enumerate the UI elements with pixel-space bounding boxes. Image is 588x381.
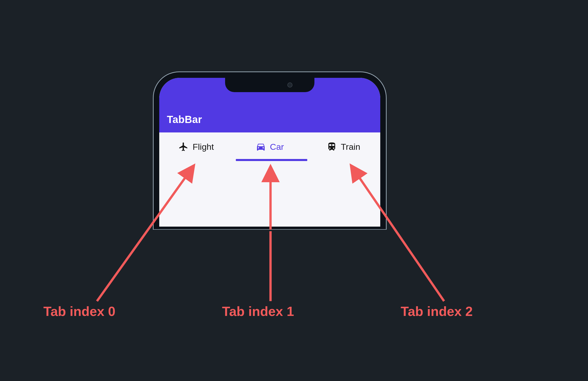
car-icon bbox=[256, 142, 266, 152]
tab-car[interactable]: Car bbox=[233, 132, 307, 161]
tab-label-car: Car bbox=[270, 142, 284, 152]
annotation-label-0: Tab index 0 bbox=[43, 304, 115, 319]
annotation-label-2: Tab index 2 bbox=[401, 304, 473, 319]
tab-bar: Flight Car Train bbox=[159, 132, 380, 161]
app-bar-title: TabBar bbox=[167, 114, 202, 125]
phone-cut-mask bbox=[153, 230, 387, 231]
diagram-stage: TabBar Flight Car bbox=[0, 0, 588, 381]
annotation-label-1: Tab index 1 bbox=[222, 304, 294, 319]
tab-label-train: Train bbox=[341, 142, 360, 152]
phone-notch bbox=[225, 78, 314, 92]
tab-label-flight: Flight bbox=[193, 142, 214, 152]
tab-indicator bbox=[236, 159, 307, 161]
tab-flight[interactable]: Flight bbox=[159, 132, 233, 161]
train-icon bbox=[327, 142, 337, 152]
camera-dot-icon bbox=[287, 82, 292, 88]
blank-content-area bbox=[159, 161, 380, 227]
airplane-icon bbox=[178, 142, 189, 152]
phone-screen: TabBar Flight Car bbox=[159, 78, 380, 227]
tab-train[interactable]: Train bbox=[307, 132, 380, 161]
phone-frame: TabBar Flight Car bbox=[154, 72, 386, 229]
